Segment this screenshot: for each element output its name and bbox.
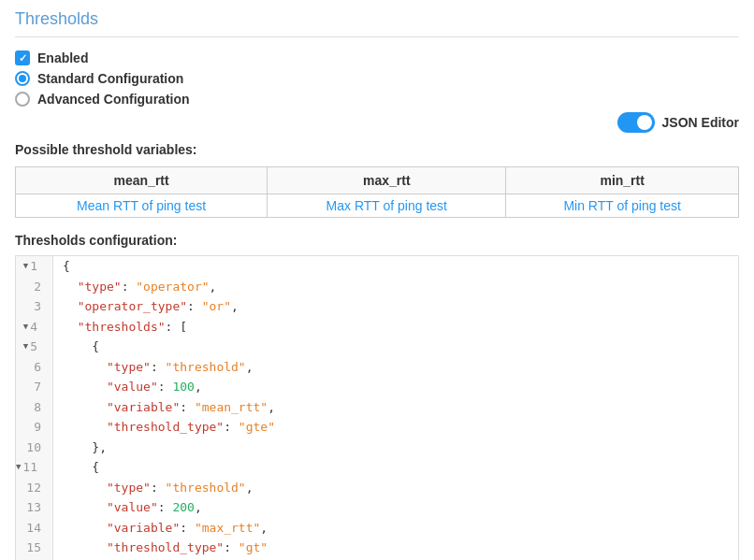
line-number: 7 (16, 377, 53, 397)
code-line: 14 "variable": "max_rtt", (16, 518, 738, 538)
code-editor[interactable]: ▼1{2 "type": "operator",3 "operator_type… (15, 255, 739, 560)
line-number: 12 (16, 478, 53, 498)
line-content: "type": "threshold", (53, 357, 254, 378)
line-content: "operator_type": "or", (53, 296, 239, 317)
collapse-arrow-icon[interactable]: ▼ (23, 260, 28, 273)
advanced-config-label: Advanced Configuration (37, 92, 190, 107)
code-line: ▼5 { (16, 337, 738, 357)
code-line: 3 "operator_type": "or", (16, 296, 738, 317)
line-content: "type": "threshold", (53, 478, 254, 498)
json-editor-row: JSON Editor (15, 112, 739, 133)
collapse-arrow-icon[interactable]: ▼ (23, 340, 28, 353)
line-number: 2 (16, 277, 53, 297)
line-number: ▼11 (16, 457, 53, 478)
code-line: ▼4 "thresholds": [ (16, 317, 738, 337)
line-content: }, (53, 438, 107, 458)
col-desc-mean-rtt: Mean RTT of ping test (16, 194, 268, 218)
code-line: ▼1{ (16, 256, 738, 277)
config-section-title: Thresholds configuration: (15, 233, 739, 248)
line-number: ▼1 (16, 256, 53, 277)
line-number: 10 (16, 438, 53, 458)
line-number: 14 (16, 518, 53, 538)
collapse-arrow-icon[interactable]: ▼ (23, 321, 28, 334)
vars-table: mean_rtt max_rtt min_rtt Mean RTT of pin… (15, 166, 739, 218)
line-number: ▼5 (16, 337, 53, 357)
line-content: "type": "operator", (53, 277, 216, 297)
enabled-option: Enabled (15, 50, 739, 65)
line-number: 15 (16, 538, 53, 558)
col-desc-max-rtt: Max RTT of ping test (268, 194, 506, 218)
code-line: 8 "variable": "mean_rtt", (16, 397, 738, 418)
enabled-checkbox[interactable] (15, 50, 30, 65)
json-editor-toggle[interactable] (617, 112, 655, 133)
code-line: 6 "type": "threshold", (16, 357, 738, 378)
code-line: 2 "type": "operator", (16, 277, 738, 297)
col-header-max-rtt: max_rtt (268, 167, 506, 194)
line-content: { (53, 337, 99, 357)
line-content: "value": 100, (53, 377, 202, 397)
advanced-config-option: Advanced Configuration (15, 92, 739, 107)
line-number: 6 (16, 357, 53, 378)
code-line: 7 "value": 100, (16, 377, 738, 397)
line-content: "threshold_type": "gte" (53, 417, 275, 438)
collapse-arrow-icon[interactable]: ▼ (16, 461, 21, 474)
code-line: ▼11 { (16, 457, 738, 478)
code-line: 9 "threshold_type": "gte" (16, 417, 738, 438)
line-content: "thresholds": [ (53, 317, 187, 337)
line-content: "value": 200, (53, 497, 202, 518)
line-content: { (53, 256, 70, 277)
line-number: 8 (16, 397, 53, 418)
line-number: 9 (16, 417, 53, 438)
standard-radio[interactable] (15, 71, 30, 86)
line-number: 3 (16, 296, 53, 317)
code-line: 12 "type": "threshold", (16, 478, 738, 498)
standard-config-label: Standard Configuration (37, 71, 183, 86)
line-content: "threshold_type": "gt" (53, 538, 268, 558)
advanced-radio[interactable] (15, 92, 30, 107)
col-header-mean-rtt: mean_rtt (16, 167, 268, 194)
code-line: 10 }, (16, 438, 738, 458)
code-line: 13 "value": 200, (16, 497, 738, 518)
line-number: 13 (16, 497, 53, 518)
line-content: "variable": "mean_rtt", (53, 397, 275, 418)
col-header-min-rtt: min_rtt (506, 167, 739, 194)
code-line: 15 "threshold_type": "gt" (16, 538, 738, 558)
vars-section-title: Possible threshold variables: (15, 142, 739, 157)
section-title: Thresholds (15, 9, 739, 37)
line-content: "variable": "max_rtt", (53, 518, 268, 538)
line-content: { (53, 457, 99, 478)
line-number: ▼4 (16, 317, 53, 337)
enabled-label: Enabled (37, 50, 88, 65)
json-editor-label: JSON Editor (662, 115, 739, 130)
col-desc-min-rtt: Min RTT of ping test (506, 194, 739, 218)
standard-config-option: Standard Configuration (15, 71, 739, 86)
